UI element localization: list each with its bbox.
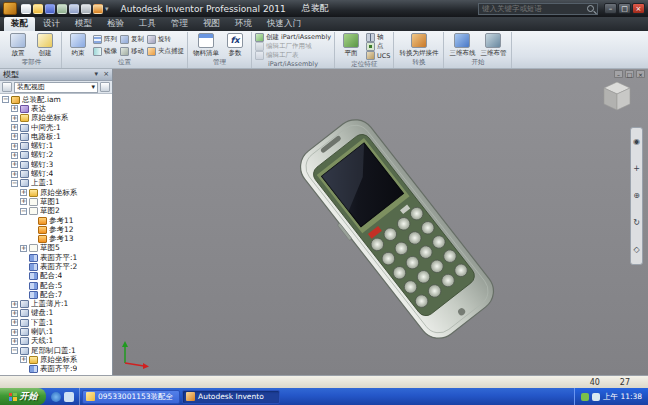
expand-toggle-icon[interactable] (11, 133, 18, 140)
tree-item[interactable]: 喇叭:1 (0, 327, 112, 336)
ribbon-big-button[interactable]: 放置 (5, 32, 31, 58)
qat-customize-chevron-icon[interactable]: ▾ (105, 5, 109, 13)
expand-toggle-icon[interactable] (2, 96, 9, 103)
tree-item[interactable]: 电路板:1 (0, 132, 112, 141)
tree-item[interactable]: 螺钉:1 (0, 141, 112, 150)
update-icon[interactable] (93, 4, 103, 14)
tree-item[interactable]: 参考13 (0, 234, 112, 243)
browser-close-icon[interactable]: × (103, 71, 109, 78)
browser-search-icon[interactable] (100, 82, 110, 92)
ribbon-big-button[interactable]: 平面 (338, 32, 364, 58)
expand-toggle-icon[interactable] (11, 310, 18, 317)
expand-toggle-icon[interactable] (11, 143, 18, 150)
close-button[interactable] (632, 3, 645, 14)
new-file-icon[interactable] (21, 4, 31, 14)
ie-icon[interactable] (51, 392, 61, 402)
ribbon-big-button[interactable]: 转换为焊接件 (397, 32, 440, 58)
nav-look-icon[interactable] (633, 246, 639, 254)
tree-item[interactable]: 原始坐标系 (0, 188, 112, 197)
ribbon-small-button[interactable]: 复制 (120, 33, 144, 46)
doc-restore-button[interactable] (625, 70, 634, 78)
tree-item[interactable]: 配合:4 (0, 272, 112, 281)
expand-toggle-icon[interactable] (11, 347, 18, 354)
redo-icon[interactable] (69, 4, 79, 14)
ribbon-big-button[interactable]: 三维布线 (447, 32, 477, 58)
expand-toggle-icon[interactable] (11, 180, 18, 187)
antivirus-tray-icon[interactable] (581, 393, 589, 401)
tree-item[interactable]: 螺钉:2 (0, 151, 112, 160)
tree-item[interactable]: 草图5 (0, 244, 112, 253)
expand-toggle-icon[interactable] (11, 152, 18, 159)
tree-item[interactable]: 上盖薄片:1 (0, 300, 112, 309)
ribbon-small-button[interactable]: 夹点捕捉 (147, 46, 184, 59)
expand-toggle-icon[interactable] (11, 301, 18, 308)
doc-close-button[interactable] (636, 70, 645, 78)
expand-toggle-icon[interactable] (11, 161, 18, 168)
ribbon-tab[interactable]: 环境 (228, 17, 259, 31)
nav-pan-icon[interactable] (633, 165, 640, 173)
doc-minimize-button[interactable] (614, 70, 623, 78)
expand-toggle-icon[interactable] (11, 319, 18, 326)
expand-toggle-icon[interactable] (11, 105, 18, 112)
tree-item[interactable]: 中间壳:1 (0, 123, 112, 132)
nav-zoom-icon[interactable] (633, 192, 640, 200)
tree-item[interactable]: 天线:1 (0, 337, 112, 346)
ribbon-tab[interactable]: 模型 (68, 17, 99, 31)
save-icon[interactable] (45, 4, 55, 14)
ribbon-tab[interactable]: 工具 (132, 17, 163, 31)
browser-view-dropdown[interactable]: 装配视图 ▾ (14, 82, 98, 93)
ribbon-big-button[interactable]: 参数 (222, 32, 248, 58)
filter-icon[interactable] (2, 82, 12, 92)
expand-toggle-icon[interactable] (11, 115, 18, 122)
tree-item[interactable]: 参考12 (0, 225, 112, 234)
tree-item[interactable]: 表面齐平:9 (0, 365, 112, 374)
ribbon-big-button[interactable]: 三维布管 (478, 32, 508, 58)
tree-item[interactable]: 总装配.iam (0, 95, 112, 104)
ribbon-tab[interactable]: 装配 (4, 17, 35, 31)
expand-toggle-icon[interactable] (20, 245, 27, 252)
tree-item[interactable]: 表达 (0, 104, 112, 113)
nav-wheel-icon[interactable] (633, 138, 640, 146)
graphics-viewport[interactable] (113, 69, 648, 375)
volume-icon[interactable] (592, 393, 600, 401)
nav-orbit-icon[interactable] (633, 219, 640, 227)
start-button[interactable]: 开始 (0, 388, 46, 405)
ribbon-small-button[interactable]: 轴 (366, 33, 390, 42)
show-desktop-icon[interactable] (64, 392, 74, 402)
ribbon-tab[interactable]: 视图 (196, 17, 227, 31)
ribbon-small-button[interactable]: 编辑工厂表 (255, 51, 331, 60)
ribbon-tab[interactable]: 设计 (36, 17, 67, 31)
taskbar-task[interactable]: 09533001153装配全 (82, 390, 180, 404)
ribbon-small-button[interactable]: 点 (366, 42, 390, 51)
ribbon-small-button[interactable]: 创建 iPart/iAssembly (255, 33, 331, 42)
open-icon[interactable] (33, 4, 43, 14)
taskbar-task[interactable]: Autodesk Invento (182, 390, 280, 404)
ribbon-small-button[interactable]: 旋转 (147, 33, 184, 46)
tree-item[interactable]: 键盘:1 (0, 309, 112, 318)
tree-item[interactable]: 下盖:1 (0, 318, 112, 327)
expand-toggle-icon[interactable] (20, 208, 27, 215)
ribbon-small-button[interactable]: UCS (366, 51, 390, 60)
expand-toggle-icon[interactable] (11, 171, 18, 178)
tree-item[interactable]: 参考11 (0, 216, 112, 225)
minimize-button[interactable] (604, 3, 617, 14)
tree-item[interactable]: 草图2 (0, 207, 112, 216)
application-menu-icon[interactable] (3, 2, 17, 15)
expand-toggle-icon[interactable] (20, 198, 27, 205)
print-icon[interactable] (81, 4, 91, 14)
phone-assembly-model[interactable] (113, 69, 648, 375)
view-cube[interactable] (600, 79, 634, 113)
tree-item[interactable]: 尾部制口盖:1 (0, 346, 112, 355)
tree-item[interactable]: 草图1 (0, 197, 112, 206)
tree-item[interactable]: 螺钉:3 (0, 160, 112, 169)
maximize-button[interactable] (618, 3, 631, 14)
ribbon-small-button[interactable]: 移动 (120, 46, 144, 59)
ribbon-tab[interactable]: 快速入门 (260, 17, 308, 31)
ribbon-big-button[interactable]: 约束 (65, 32, 91, 58)
ribbon-big-button[interactable]: 物料清单 (191, 32, 221, 58)
tree-item[interactable]: 上盖:1 (0, 179, 112, 188)
tree-item[interactable]: 螺钉:4 (0, 169, 112, 178)
tree-item[interactable]: 配合:5 (0, 281, 112, 290)
ribbon-small-button[interactable]: 编辑工厂作用域 (255, 42, 331, 51)
ribbon-small-button[interactable]: 阵列 (93, 33, 117, 46)
